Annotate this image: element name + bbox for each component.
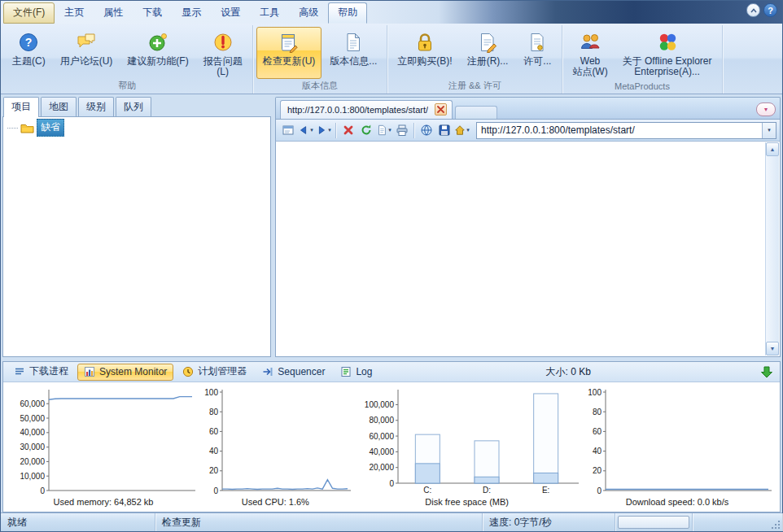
svg-text:C:: C: (423, 486, 431, 495)
web-site-button[interactable]: Web 站点(W) (566, 27, 614, 81)
svg-text:100,000: 100,000 (365, 400, 395, 409)
status-bar: 就绪 检查更新 速度: 0字节/秒 (1, 512, 782, 531)
button-label: 许可... (523, 56, 551, 67)
button-label: 检查更新(U) (263, 56, 316, 67)
app-window: 文件(F) 主页 属性 下载 显示 设置 工具 高级 帮助 ? ? 主题( (0, 0, 783, 532)
button-label: 版本信息... (330, 56, 377, 67)
compose-button[interactable] (279, 122, 296, 139)
register-button[interactable]: 注册(R)... (461, 27, 515, 79)
group-label-register-license: 注册 && 许可 (388, 80, 561, 94)
svg-text:0: 0 (214, 486, 219, 495)
tab-label: Log (356, 366, 372, 377)
log-page-icon (340, 366, 352, 377)
tab-maps[interactable]: 地图 (41, 97, 77, 116)
tab-scheduler[interactable]: 计划管理器 (176, 362, 253, 382)
buy-now-button[interactable]: 立即购买(B)! (391, 27, 458, 79)
tab-log[interactable]: Log (334, 364, 378, 381)
online-button[interactable] (418, 122, 435, 139)
system-monitor-charts: 010,00020,00030,00040,00050,00060,000 Us… (3, 382, 780, 512)
tab-close-button[interactable] (435, 103, 447, 116)
address-bar: ▾ (476, 122, 776, 139)
ribbon-group-help: ? 主题(C) 用户论坛(U) 建议新功能(F) (2, 25, 253, 94)
tab-home[interactable]: 主页 (55, 2, 94, 24)
speed-chart-plot: 020406080100 (581, 386, 773, 496)
about-button[interactable]: 关于 Offline Explorer Enterprise(A)... (616, 27, 719, 81)
tab-download-progress[interactable]: 下载进程 (7, 362, 75, 382)
tab-list-button[interactable]: ▾ (756, 102, 776, 116)
svg-text:E:: E: (542, 486, 549, 495)
svg-text:80: 80 (593, 408, 602, 416)
svg-text:60,000: 60,000 (20, 399, 45, 408)
tab-file[interactable]: 文件(F) (3, 2, 55, 24)
browser-tab[interactable]: http://127.0.0.1:800/templates/start/ (280, 100, 453, 119)
collapse-ribbon-button[interactable] (746, 3, 760, 17)
tab-properties[interactable]: 属性 (94, 2, 133, 24)
suggest-feature-button[interactable]: 建议新功能(F) (120, 27, 195, 79)
tab-view[interactable]: 显示 (172, 2, 211, 24)
group-label-help: 帮助 (3, 80, 252, 94)
register-icon (476, 31, 499, 54)
vertical-scrollbar[interactable]: ▲ ▼ (765, 142, 779, 355)
resize-grip[interactable] (771, 520, 781, 530)
tab-download[interactable]: 下载 (133, 2, 172, 24)
chevron-down-icon: ▾ (466, 127, 470, 133)
report-problem-button[interactable]: 报告问题 (L) (197, 27, 249, 79)
floppy-save-icon (438, 124, 451, 137)
browser-content: ▲ ▼ (275, 141, 781, 357)
tab-help[interactable]: 帮助 (328, 2, 367, 24)
page-menu-button[interactable]: ▾ (375, 122, 392, 139)
theme-help-icon: ? (17, 31, 40, 54)
tree-connector (7, 128, 18, 129)
tab-tools[interactable]: 工具 (250, 2, 289, 24)
size-status-label: 大小: 0 Kb (546, 365, 591, 379)
suggest-feature-icon (147, 31, 169, 54)
ribbon-tab-bar: 文件(F) 主页 属性 下载 显示 设置 工具 高级 帮助 ? (1, 1, 782, 24)
tree-item-default[interactable]: 缺省 (7, 120, 266, 135)
browser-toolbar: ▾ ▾ ▾ (275, 119, 781, 141)
forward-button[interactable]: ▾ (315, 122, 332, 139)
tab-label: Sequencer (278, 366, 325, 377)
save-button[interactable] (435, 122, 453, 139)
theme-button[interactable]: ? 主题(C) (6, 27, 52, 79)
triangle-up-icon: ▲ (770, 146, 776, 152)
tab-advanced[interactable]: 高级 (289, 2, 328, 24)
print-button[interactable] (393, 122, 410, 139)
tab-system-monitor[interactable]: System Monitor (77, 364, 173, 381)
chevron-down-icon: ▾ (310, 127, 313, 133)
ribbon-group-version: 检查更新(U) 版本信息... 版本信息 (253, 25, 388, 94)
clock-icon (182, 366, 194, 377)
address-input[interactable] (477, 124, 762, 136)
group-label-metaproducts: MetaProducts (563, 81, 720, 94)
help-button[interactable]: ? (763, 3, 777, 17)
home-button[interactable]: ▾ (453, 122, 470, 139)
svg-text:10,000: 10,000 (20, 472, 45, 481)
tab-sequencer[interactable]: Sequencer (256, 364, 331, 381)
tab-label: System Monitor (99, 366, 167, 377)
main-area: 项目 地图 级别 队列 缺省 http://127.0.0.1:800/temp… (1, 94, 782, 361)
scroll-down-button[interactable]: ▼ (766, 342, 779, 355)
back-button[interactable]: ▾ (297, 122, 314, 139)
tab-levels[interactable]: 级别 (78, 97, 114, 116)
svg-text:80,000: 80,000 (369, 416, 394, 425)
scroll-up-button[interactable]: ▲ (766, 142, 779, 156)
tab-label: 计划管理器 (198, 364, 247, 378)
license-button[interactable]: 许可... (516, 27, 558, 79)
check-updates-button[interactable]: 检查更新(U) (256, 27, 322, 79)
collapse-panel-button[interactable] (758, 365, 776, 378)
svg-text:20: 20 (593, 466, 602, 475)
tab-queue[interactable]: 队列 (116, 97, 151, 116)
version-info-button[interactable]: 版本信息... (323, 27, 383, 79)
tree-item-label: 缺省 (37, 119, 64, 137)
printer-icon (396, 124, 409, 137)
user-forum-button[interactable]: 用户论坛(U) (54, 27, 120, 79)
tab-settings[interactable]: 设置 (211, 2, 250, 24)
button-label: 用户论坛(U) (60, 56, 113, 67)
refresh-button[interactable] (357, 122, 374, 139)
chevron-down-icon: ▾ (328, 127, 331, 133)
report-problem-icon (212, 31, 234, 54)
address-dropdown-button[interactable]: ▾ (762, 123, 776, 138)
tab-projects[interactable]: 项目 (3, 97, 39, 117)
question-icon: ? (768, 6, 773, 15)
sequence-arrow-icon (262, 366, 273, 377)
stop-button[interactable] (339, 122, 357, 139)
